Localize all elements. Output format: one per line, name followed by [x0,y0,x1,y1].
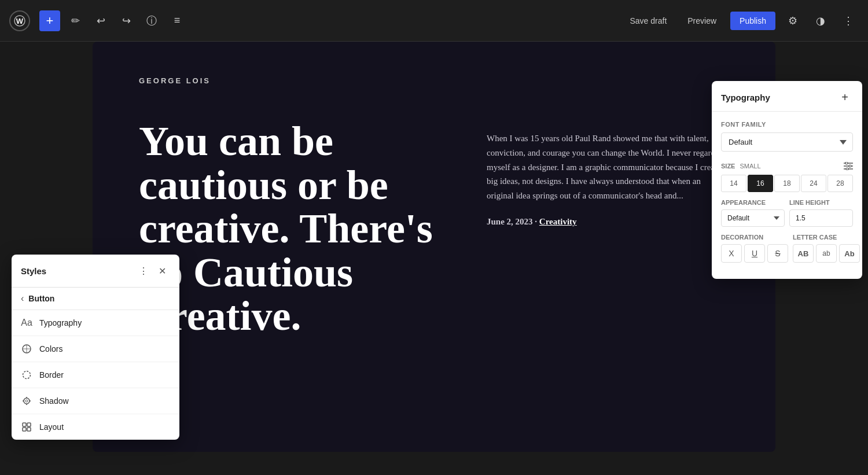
typography-add-button[interactable]: + [837,89,853,105]
svg-point-5 [25,400,28,402]
size-28-button[interactable]: 28 [827,175,853,192]
toolbar-right: Save draft Preview Publish ⚙ ◑ ⋮ [623,10,859,31]
font-family-label: FONT FAMILY [721,121,853,128]
line-height-label: LINE HEIGHT [789,199,853,206]
styles-back-button[interactable]: ‹ Button [12,288,179,310]
typography-menu-label: Typography [39,318,82,327]
svg-point-18 [849,165,851,167]
decoration-col: DECORATION X U S [721,234,788,263]
size-section-header: SIZE SMALL [712,155,862,170]
main-content: You can be cautious or be creative. Ther… [139,120,729,338]
decoration-lettercase-row: DECORATION X U S LETTER CASE AB ab Ab [712,234,862,263]
styles-menu-shadow[interactable]: Shadow [12,388,179,414]
more-options-button[interactable]: ⋮ [838,10,859,31]
size-18-button[interactable]: 18 [774,175,800,192]
letter-case-upper-button[interactable]: AB [793,244,814,263]
decoration-label: DECORATION [721,234,788,241]
preview-button[interactable]: Preview [681,12,723,30]
appearance-lineheight-row: APPEARANCE Default Bold Italic LINE HEIG… [712,199,862,227]
site-name: GEORGE LOIS [139,76,729,85]
svg-rect-13 [27,428,31,431]
typography-icon: Aa [21,317,32,329]
size-filter-button[interactable] [844,162,853,170]
line-height-col: LINE HEIGHT 1.5 [789,199,853,227]
colors-menu-label: Colors [39,344,62,354]
styles-menu-colors[interactable]: Colors [12,336,179,362]
styles-menu-layout[interactable]: Layout [12,414,179,440]
border-icon [21,369,32,381]
svg-rect-10 [23,423,26,426]
letter-case-col: LETTER CASE AB ab Ab [793,234,860,263]
shadow-menu-label: Shadow [39,396,69,406]
typography-panel: Typography + FONT FAMILY Default System … [712,81,862,279]
svg-point-4 [24,398,30,404]
styles-menu-typography[interactable]: Aa Typography [12,310,179,336]
add-block-button[interactable]: + [39,10,60,31]
svg-rect-12 [23,428,26,431]
theme-toggle-button[interactable]: ◑ [810,10,831,31]
article-body-text: When I was 15 years old Paul Rand showed… [487,131,729,203]
decoration-buttons: X U S [721,244,788,263]
typography-panel-header: Typography + [712,81,862,112]
list-view-button[interactable]: ≡ [167,10,187,31]
font-family-section: FONT FAMILY Default System Serif [712,114,862,155]
decoration-strikethrough-button[interactable]: S [767,244,788,263]
undo-button[interactable]: ↩ [90,10,111,31]
content-area: GEORGE LOIS You can be cautious or be cr… [93,42,775,452]
layout-icon [21,421,32,433]
letter-case-title-button[interactable]: Ab [839,244,860,263]
article-meta: June 2, 2023 · Creativity [487,217,729,227]
redo-button[interactable]: ↪ [116,10,137,31]
border-menu-label: Border [39,370,64,380]
appearance-label: APPEARANCE [721,199,785,206]
decoration-underline-button[interactable]: U [744,244,765,263]
shadow-icon [21,395,32,407]
colors-icon [21,343,32,355]
size-24-button[interactable]: 24 [801,175,826,192]
letter-case-label: LETTER CASE [793,234,860,241]
size-16-button[interactable]: 16 [748,175,773,192]
toolbar: W + ✏ ↩ ↪ ⓘ ≡ Save draft Preview Publish… [0,0,868,42]
svg-point-17 [845,162,848,164]
styles-panel-title: Styles [21,266,46,276]
article-category[interactable]: Creativity [539,217,577,226]
styles-more-button[interactable]: ⋮ [135,263,152,279]
size-row: SIZE SMALL [721,162,853,170]
article-separator: · [535,217,539,226]
size-label: SIZE [721,163,735,170]
appearance-col: APPEARANCE Default Bold Italic [721,199,785,227]
line-height-input[interactable]: 1.5 [789,209,853,227]
svg-rect-11 [27,423,31,426]
settings-icon-button[interactable]: ⚙ [782,10,803,31]
appearance-select[interactable]: Default Bold Italic [721,209,785,227]
wp-logo-button[interactable]: W [9,10,30,31]
size-14-button[interactable]: 14 [721,175,746,192]
styles-close-button[interactable]: ✕ [154,263,170,279]
styles-panel: Styles ⋮ ✕ ‹ Button Aa Typography Colors… [12,255,179,440]
article-content: When I was 15 years old Paul Rand showed… [487,120,729,227]
headline-text: You can be cautious or be creative. Ther… [139,120,464,338]
editor-area: GEORGE LOIS You can be cautious or be cr… [93,42,775,452]
publish-button[interactable]: Publish [730,12,775,30]
save-draft-button[interactable]: Save draft [623,12,674,30]
decoration-none-button[interactable]: X [721,244,742,263]
letter-case-buttons: AB ab Ab [793,244,860,263]
typography-panel-title: Typography [721,93,770,102]
styles-panel-header: Styles ⋮ ✕ [12,255,179,288]
styles-back-label: Button [28,294,54,303]
size-buttons-row: 14 16 18 24 28 [712,175,862,192]
back-arrow-icon: ‹ [21,293,24,304]
styles-menu-border[interactable]: Border [12,362,179,388]
font-family-select[interactable]: Default System Serif [721,132,853,152]
info-button[interactable]: ⓘ [141,10,162,31]
styles-header-actions: ⋮ ✕ [135,263,170,279]
article-date: June 2, 2023 [487,217,533,226]
svg-point-3 [23,371,31,379]
size-label-row: SIZE SMALL [721,163,761,170]
letter-case-lower-button[interactable]: ab [816,244,837,263]
svg-point-19 [846,168,848,170]
size-sublabel: SMALL [740,163,760,170]
layout-menu-label: Layout [39,422,64,432]
tools-button[interactable]: ✏ [65,10,86,31]
svg-text:W: W [16,17,24,25]
